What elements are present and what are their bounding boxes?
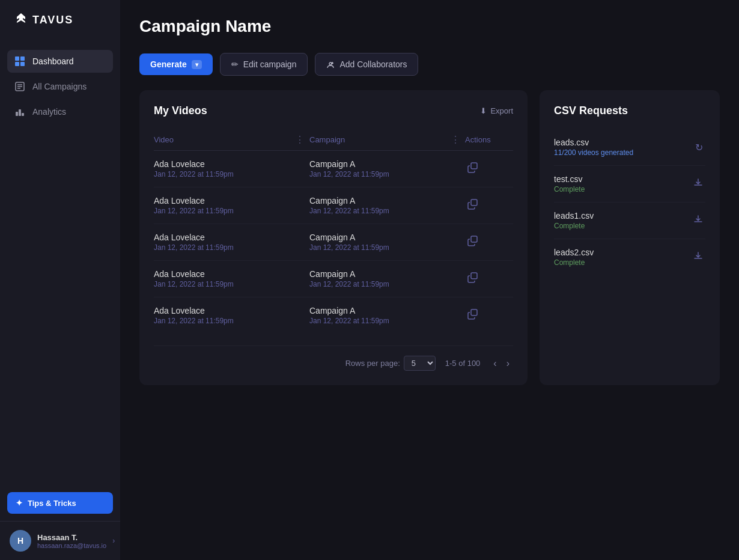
copy-link-icon[interactable] — [465, 272, 481, 287]
video-date: Jan 12, 2022 at 11:59pm — [154, 280, 309, 288]
loading-icon[interactable]: ↻ — [693, 139, 705, 156]
table-row: Ada Lovelace Jan 12, 2022 at 11:59pm Cam… — [154, 151, 513, 187]
campaign-name: Campaign A — [309, 196, 465, 205]
rows-select[interactable]: 5 10 25 — [404, 356, 436, 371]
pagination: Rows per page: 5 10 25 1-5 of 100 ‹ › — [154, 345, 513, 371]
campaign-name: Campaign A — [309, 233, 465, 242]
sidebar: TAVUS Dashboard All Campaigns — [0, 0, 120, 560]
avatar: H — [10, 530, 31, 552]
csv-item: leads1.csv Complete — [554, 202, 705, 239]
page-nav: ‹ › — [490, 357, 513, 370]
column-video-dots[interactable]: ⋮ — [290, 134, 309, 145]
user-name: Hassaan T. — [37, 533, 106, 542]
main-content: Campaign Name Generate ▾ ✏ Edit campaign… — [120, 0, 739, 560]
download-csv-button[interactable] — [691, 212, 705, 229]
action-bar: Generate ▾ ✏ Edit campaign Add Collabora… — [139, 53, 720, 76]
csv-status: 11/200 videos generated — [554, 148, 633, 157]
table-row: Ada Lovelace Jan 12, 2022 at 11:59pm Cam… — [154, 187, 513, 224]
svg-rect-5 — [19, 109, 21, 116]
campaign-date: Jan 12, 2022 at 11:59pm — [309, 243, 465, 252]
campaign-date: Jan 12, 2022 at 11:59pm — [309, 170, 465, 178]
video-name: Ada Lovelace — [154, 159, 309, 169]
sidebar-item-campaigns[interactable]: All Campaigns — [7, 75, 113, 98]
csv-panel-title: CSV Requests — [554, 105, 705, 117]
copy-link-icon[interactable] — [465, 162, 481, 177]
page-title: Campaign Name — [139, 17, 720, 36]
export-button[interactable]: ⬇ Export — [480, 106, 513, 115]
table-row: Ada Lovelace Jan 12, 2022 at 11:59pm Cam… — [154, 224, 513, 261]
video-name: Ada Lovelace — [154, 269, 309, 279]
user-profile[interactable]: H Hassaan T. hassaan.raza@tavus.io › — [0, 521, 120, 560]
csv-panel: CSV Requests leads.csv 11/200 videos gen… — [540, 90, 720, 385]
add-collaborators-button[interactable]: Add Collaborators — [315, 53, 418, 76]
video-name: Ada Lovelace — [154, 233, 309, 242]
csv-name: leads.csv — [554, 138, 633, 147]
sidebar-item-label: Dashboard — [32, 56, 74, 66]
column-video: Video — [154, 135, 290, 144]
campaigns-icon — [14, 81, 25, 92]
videos-panel-title: My Videos — [154, 105, 207, 117]
csv-list: leads.csv 11/200 videos generated ↻ test… — [554, 129, 705, 275]
copy-link-icon[interactable] — [465, 309, 481, 324]
chevron-down-icon[interactable]: ▾ — [192, 60, 202, 69]
csv-status: Complete — [554, 258, 594, 267]
video-date: Jan 12, 2022 at 11:59pm — [154, 317, 309, 325]
tips-tricks-button[interactable]: ✦ Tips & Tricks — [7, 492, 113, 514]
videos-panel: My Videos ⬇ Export Video ⋮ Campaign ⋮ Ac… — [139, 90, 528, 385]
generate-label: Generate — [150, 59, 187, 69]
next-page-button[interactable]: › — [503, 357, 513, 370]
sidebar-item-label: All Campaigns — [32, 82, 87, 91]
dashboard-icon — [14, 56, 25, 67]
csv-item: leads.csv 11/200 videos generated ↻ — [554, 129, 705, 166]
logo-text: TAVUS — [32, 14, 73, 26]
video-name: Ada Lovelace — [154, 306, 309, 315]
logo: TAVUS — [0, 0, 120, 40]
page-range: 1-5 of 100 — [445, 359, 481, 368]
campaign-name: Campaign A — [309, 269, 465, 279]
sidebar-nav: Dashboard All Campaigns — [0, 50, 120, 485]
download-csv-button[interactable] — [691, 175, 705, 192]
chevron-right-icon: › — [112, 537, 115, 545]
download-csv-button[interactable] — [691, 249, 705, 266]
video-name: Ada Lovelace — [154, 196, 309, 205]
svg-rect-8 — [471, 163, 477, 169]
sidebar-item-analytics[interactable]: Analytics — [7, 100, 113, 123]
svg-rect-11 — [471, 273, 477, 279]
edit-campaign-button[interactable]: ✏ Edit campaign — [220, 53, 308, 76]
svg-rect-12 — [471, 309, 477, 315]
download-icon: ⬇ — [480, 106, 487, 115]
campaign-date: Jan 12, 2022 at 11:59pm — [309, 317, 465, 325]
svg-rect-9 — [471, 199, 477, 205]
csv-name: leads1.csv — [554, 211, 594, 221]
svg-rect-4 — [16, 112, 18, 116]
csv-status: Complete — [554, 222, 594, 230]
user-email: hassaan.raza@tavus.io — [37, 542, 106, 549]
column-campaign: Campaign — [309, 135, 446, 144]
generate-button[interactable]: Generate ▾ — [139, 53, 213, 75]
video-date: Jan 12, 2022 at 11:59pm — [154, 207, 309, 215]
rows-per-page: Rows per page: 5 10 25 — [345, 356, 436, 371]
content-grid: My Videos ⬇ Export Video ⋮ Campaign ⋮ Ac… — [139, 90, 720, 385]
campaign-name: Campaign A — [309, 159, 465, 169]
edit-icon: ✏ — [231, 59, 239, 69]
svg-rect-10 — [471, 236, 477, 242]
panel-header: My Videos ⬇ Export — [154, 105, 513, 117]
video-date: Jan 12, 2022 at 11:59pm — [154, 243, 309, 252]
table-body: Ada Lovelace Jan 12, 2022 at 11:59pm Cam… — [154, 151, 513, 333]
sparkle-icon: ✦ — [16, 498, 23, 508]
analytics-icon — [14, 106, 25, 117]
copy-link-icon[interactable] — [465, 236, 481, 251]
table-row: Ada Lovelace Jan 12, 2022 at 11:59pm Cam… — [154, 297, 513, 333]
prev-page-button[interactable]: ‹ — [490, 357, 500, 370]
sidebar-item-dashboard[interactable]: Dashboard — [7, 50, 113, 73]
campaign-date: Jan 12, 2022 at 11:59pm — [309, 280, 465, 288]
share-icon — [326, 59, 335, 69]
logo-icon — [14, 12, 28, 28]
column-actions: Actions — [465, 135, 513, 144]
campaign-name: Campaign A — [309, 306, 465, 315]
csv-name: test.csv — [554, 174, 585, 184]
column-campaign-dots[interactable]: ⋮ — [446, 134, 465, 145]
table-row: Ada Lovelace Jan 12, 2022 at 11:59pm Cam… — [154, 261, 513, 297]
sidebar-item-label: Analytics — [32, 107, 66, 117]
copy-link-icon[interactable] — [465, 199, 481, 214]
